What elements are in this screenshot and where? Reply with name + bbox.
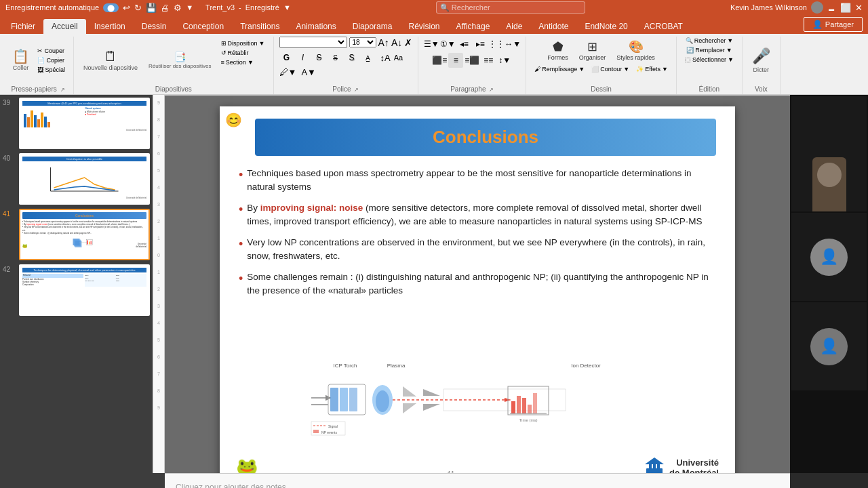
clipboard-expand-icon[interactable]: ↗ [60,87,65,93]
voice-content: 🎤 Dicter [748,37,774,84]
dictate-button[interactable]: 🎤 Dicter [748,45,774,76]
svg-rect-44 [657,464,660,470]
shadow-button[interactable]: S [344,50,359,65]
font-grow-icon[interactable]: A↑ [378,37,389,48]
rechercher-button[interactable]: 🔍 Rechercher▼ [683,37,736,45]
bullet-list-button[interactable]: ☰▼ [424,37,439,52]
clear-format-icon[interactable]: ✗ [404,37,412,48]
minimize-icon[interactable]: 🗕 [827,3,836,13]
remplissage-button[interactable]: 🖌 Remplissage▼ [532,65,587,73]
notes-placeholder[interactable]: Cliquez pour ajouter des notes [176,483,286,489]
tab-transitions[interactable]: Transitions [232,19,288,34]
slide-preview-42[interactable]: Techniques for determining physical, che… [19,264,150,316]
slide-workspace: 😊 Conclusions • Techniques based upon ma… [165,96,790,473]
effets-button[interactable]: ✨ Effets▼ [633,65,671,73]
align-right-button[interactable]: ≡⬛ [465,53,479,68]
share-button[interactable]: 👤 Partager [804,17,863,32]
cut-button[interactable]: ✂ Couper [35,47,68,55]
strikethrough-button[interactable]: S [328,50,343,65]
contour-button[interactable]: ⬜ Contour▼ [589,65,632,73]
increase-indent-button[interactable]: ▸≡ [473,37,488,52]
tab-affichage[interactable]: Affichage [448,19,498,34]
underline-button[interactable]: S [312,50,327,65]
tab-accueil[interactable]: Accueil [43,19,86,34]
close-icon[interactable]: ✕ [855,3,863,13]
slide-container[interactable]: 😊 Conclusions • Techniques based upon ma… [220,106,735,473]
num-list-button[interactable]: ①▼ [440,37,455,52]
replace-icon: 🔄 [686,47,694,54]
tab-fichier[interactable]: Fichier [3,19,43,34]
slide-preview-40[interactable]: Centrifugation is also possible Universi… [19,153,150,205]
case-icon[interactable]: Aa [394,54,403,62]
layout-button[interactable]: ⊞ Disposition▼ [218,39,268,47]
autosave-toggle[interactable]: ⬤ [103,3,119,12]
svg-rect-4 [75,241,82,247]
slide-thumb-41[interactable]: 41 Conclusions • Techniques based upon m… [3,209,150,260]
direction-button[interactable]: ↔▼ [505,37,520,52]
slide-preview-41[interactable]: Conclusions • Techniques based upon mass… [19,209,150,260]
font-color-icon[interactable]: A▼ [301,67,316,77]
selectionner-button[interactable]: ⬚ Sélectionner▼ [682,56,736,64]
bullet-dot-3: • [239,235,243,253]
reset-icon: ↺ [221,49,226,56]
tab-endnote[interactable]: EndNote 20 [576,19,635,34]
tab-aide[interactable]: Aide [498,19,530,34]
font-name-select[interactable] [279,37,347,48]
tab-dessin[interactable]: Dessin [134,19,175,34]
section-button[interactable]: ≡ Section▼ [218,58,268,66]
justify-button[interactable]: ≡≡ [481,53,496,68]
copy-button[interactable]: 📄 Copier [35,56,68,64]
restore-icon[interactable]: ⬜ [840,3,851,13]
paragraph-expand-icon[interactable]: ↗ [489,87,494,93]
paste-special-button[interactable]: 🖼 Spécial [35,66,68,74]
options-icon[interactable]: ⚙ [174,3,182,13]
reuse-slides-button[interactable]: 📑 Réutiliser des diapositives [144,49,216,72]
formes-button[interactable]: ⬟ Formes [543,37,572,64]
align-left-button[interactable]: ⬛≡ [432,53,447,68]
slide-preview-39[interactable]: Membrane (0.45 µm PP) pre-conditioning r… [19,98,150,149]
spacing-icon[interactable]: ↕A [380,53,391,63]
remplacer-button[interactable]: 🔄 Remplacer▼ [684,46,734,54]
search-input[interactable] [436,1,585,14]
organiser-button[interactable]: ⊞ Organiser [575,37,610,64]
columns-button[interactable]: ⋮⋮ [489,37,504,52]
group-slides: 🗒 Nouvelle diapositive 📑 Réutiliser des … [74,37,274,94]
redo-icon[interactable]: ↻ [134,3,142,13]
more-icon[interactable]: ▼ [186,3,193,12]
line-spacing-button[interactable]: ↕▼ [497,53,512,68]
tab-conception[interactable]: Conception [174,19,232,34]
undo-icon[interactable]: ↩ [123,3,130,13]
tab-antidote[interactable]: Antidote [530,19,576,34]
decrease-indent-button[interactable]: ◂≡ [456,37,471,52]
tab-acrobat[interactable]: ACROBAT [636,19,691,34]
save-icon[interactable]: 💾 [146,3,157,13]
print-icon[interactable]: 🖨 [161,3,170,13]
slide-thumb-40[interactable]: 40 Centrifugation is also possible Unive… [3,153,150,205]
tab-animations[interactable]: Animations [288,19,344,34]
font-shrink-icon[interactable]: A↓ [391,37,402,48]
tab-revision[interactable]: Révision [400,19,448,34]
font-size-select[interactable]: 18 [349,37,376,47]
slide-thumb-39[interactable]: 39 Membrane (0.45 µm PP) pre-conditionin… [3,98,150,149]
drawing-row2: 🖌 Remplissage▼ ⬜ Contour▼ ✨ Effets▼ [532,65,671,73]
paste-button[interactable]: 📋 Coller [8,47,33,74]
styles-button[interactable]: 🎨 Styles rapides [612,37,659,64]
tab-diaporama[interactable]: Diaporama [344,19,401,34]
italic-button[interactable]: I [296,50,311,65]
font-expand-icon[interactable]: ↗ [354,87,359,93]
tab-insertion[interactable]: Insertion [86,19,134,34]
reset-button[interactable]: ↺ Rétablir [218,49,268,57]
slide-thumb-42[interactable]: 42 Techniques for determining physical, … [3,264,150,316]
clipboard-mini: ✂ Couper 📄 Copier 🖼 Spécial [35,47,68,74]
bold-button[interactable]: G [279,50,294,65]
svg-text:Ion Detector: Ion Detector [571,363,601,369]
notes-area[interactable]: Cliquez pour ajouter des notes [165,473,790,488]
highlight-icon[interactable]: 🖊▼ [279,67,297,77]
group-drawing: ⬟ Formes ⊞ Organiser 🎨 Styles rapides 🖌 … [526,37,677,94]
outline-button[interactable]: A̲ [361,50,376,65]
search-container: 🔍 [436,1,585,14]
slides-content: 🗒 Nouvelle diapositive 📑 Réutiliser des … [79,37,268,84]
align-center-button[interactable]: ≡ [448,53,463,68]
slides-mini: ⊞ Disposition▼ ↺ Rétablir ≡ Section▼ [218,39,268,66]
new-slide-button[interactable]: 🗒 Nouvelle diapositive [79,47,142,74]
